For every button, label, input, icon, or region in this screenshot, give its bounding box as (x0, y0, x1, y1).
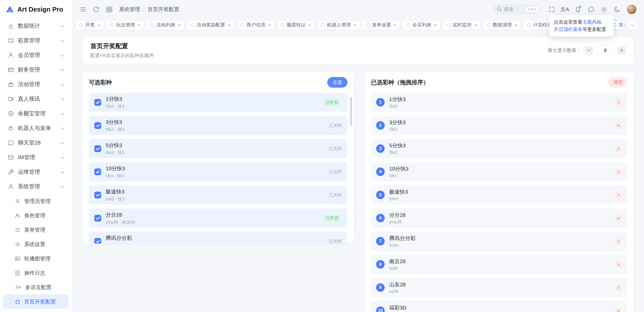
tab[interactable]: 实时监控 × (443, 20, 480, 30)
topbar-menu-link[interactable]: 开启顶栏菜单 (554, 27, 582, 32)
remove-button[interactable]: × (615, 191, 622, 199)
sidebar-item-chatroom[interactable]: 聊天室28 (3, 135, 69, 150)
tab[interactable]: 商户信息 × (237, 20, 274, 30)
sidebar-item-menu-mgmt[interactable]: 菜单管理 (3, 223, 69, 237)
tabs-overflow-button[interactable] (627, 20, 637, 30)
selected-lottery-row[interactable]: 1 1分快3 f1k3 × (371, 93, 627, 112)
sidebar-item-i18n-config[interactable]: 文A 多语言配置 (3, 280, 69, 294)
apps-button[interactable] (103, 4, 115, 15)
tab-close-icon[interactable]: × (353, 23, 356, 27)
checkbox-checked[interactable] (94, 168, 101, 175)
sidebar-item-operation-logs[interactable]: 操作日志 (3, 266, 69, 280)
sidebar-item-live-video[interactable]: 真人视讯 (3, 92, 69, 106)
tab[interactable]: 玩法管理 × (106, 20, 144, 30)
refresh-button[interactable] (90, 4, 102, 15)
scrollbar-thumb[interactable] (350, 97, 352, 126)
collapse-menu-button[interactable] (77, 4, 89, 15)
remove-button[interactable]: × (615, 307, 622, 312)
lottery-option-row[interactable]: 3分快3 f3k3 · 快3 已关闭 (89, 116, 347, 135)
checkbox-checked[interactable] (94, 122, 101, 129)
remove-button[interactable]: × (615, 168, 622, 176)
tab-close-icon[interactable]: × (228, 23, 230, 27)
remove-button[interactable]: × (615, 261, 622, 268)
selected-lottery-row[interactable]: 4 10分快3 sfks × (371, 162, 627, 181)
sidebar-item-members[interactable]: 会员管理 (3, 48, 69, 62)
checkbox-checked[interactable] (94, 238, 101, 244)
remove-button[interactable]: × (615, 122, 622, 129)
tab[interactable]: 开奖 × (76, 20, 104, 30)
tab[interactable]: 额度转让 × (277, 20, 315, 30)
lottery-option-row[interactable]: 1分快3 f1k3 · 快3 已开启 (89, 93, 347, 112)
sidebar-item-system[interactable]: 系统管理 (3, 179, 69, 194)
selected-lottery-row[interactable]: 2 3分快3 f3k3 × (371, 116, 627, 135)
avatar[interactable] (626, 4, 637, 15)
tab-close-icon[interactable]: × (268, 23, 271, 27)
fullscreen-button[interactable] (546, 4, 557, 15)
sidebar-item-role-mgmt[interactable]: 角色管理 (3, 208, 69, 223)
increase-button[interactable]: + (617, 46, 626, 55)
max-display-value[interactable]: 8 (596, 46, 615, 55)
clear-button[interactable]: 清空 (608, 77, 627, 88)
remove-button[interactable]: × (615, 237, 622, 245)
lottery-option-row[interactable]: 分分28 yfxy28 · 幸运28 已开启 (89, 209, 347, 228)
tab-close-icon[interactable]: × (308, 23, 311, 27)
language-button[interactable]: 文A (559, 4, 571, 15)
lottery-option-row[interactable]: 10分快3 sfks · 快3 已关闭 (89, 162, 347, 181)
tab[interactable]: 活动列表 × (147, 20, 184, 30)
remove-button[interactable]: × (615, 284, 622, 292)
sidebar-item-im[interactable]: IM管理 (3, 150, 69, 165)
tab-close-icon[interactable]: × (394, 23, 396, 27)
checkbox-checked[interactable] (94, 99, 101, 106)
selected-lottery-row[interactable]: 9 山东28 sd28 × (371, 278, 627, 297)
dark-mode-button[interactable] (611, 4, 623, 15)
selected-lottery-row[interactable]: 10 福彩3D fc3d × (371, 301, 627, 312)
checkbox-checked[interactable] (94, 145, 101, 152)
sidebar-item-carousel-mgmt[interactable]: 轮播图管理 (3, 251, 69, 266)
breadcrumb-parent[interactable]: 系统管理 (119, 6, 140, 13)
sidebar-item-yuebao[interactable]: 余额宝管理 (3, 106, 69, 121)
selected-lottery-row[interactable]: 6 分分28 yfxy28 × (371, 209, 627, 228)
sidebar-item-data-stats[interactable]: 数据统计 (3, 19, 69, 33)
app-logo[interactable]: Art Design Pro (0, 0, 72, 19)
sidebar-item-robot[interactable]: 机器人与发单 (3, 121, 69, 135)
tab-close-icon[interactable]: × (138, 23, 140, 27)
sidebar-item-home-lottery-config[interactable]: 首页开奖配置 (3, 294, 69, 309)
tab[interactable]: 数据清理 × (483, 20, 521, 30)
messages-button[interactable] (585, 4, 597, 15)
sidebar-item-ops[interactable]: 运维管理 (3, 165, 69, 179)
tab-close-icon[interactable]: × (514, 23, 517, 27)
decrease-button[interactable]: − (585, 46, 593, 55)
global-search[interactable]: Ctrl K (493, 4, 541, 15)
notifications-button[interactable] (572, 4, 584, 15)
selected-lottery-row[interactable]: 5 极速快3 jisk3 × (371, 185, 627, 204)
selected-lottery-row[interactable]: 8 南京28 nj28 × (371, 255, 627, 274)
remove-button[interactable]: × (615, 98, 622, 106)
tab-close-icon[interactable]: × (474, 23, 477, 27)
checkbox-checked[interactable] (94, 215, 101, 222)
theme-style-link[interactable]: 主题风格 (582, 19, 601, 25)
sidebar-item-activities[interactable]: 活动管理 (3, 77, 69, 92)
sidebar-item-finance[interactable]: 财务管理 (3, 62, 69, 77)
settings-button[interactable] (598, 4, 610, 15)
selected-lottery-row[interactable]: 3 5分快3 f5k3 × (371, 139, 627, 158)
search-input[interactable] (504, 7, 524, 12)
remove-button[interactable]: × (615, 145, 622, 153)
lottery-option-row[interactable]: 腾讯分分彩 txssc · 时时彩 已关闭 (89, 232, 347, 244)
tab-close-icon[interactable]: × (434, 23, 437, 27)
remove-button[interactable]: × (615, 214, 622, 222)
lottery-option-row[interactable]: 5分快3 f5k3 · 快3 已关闭 (89, 139, 347, 158)
sidebar-item-lottery[interactable]: 彩票管理 (3, 33, 69, 48)
selected-lottery-row[interactable]: 7 腾讯分分彩 txssc × (371, 232, 627, 251)
tab[interactable]: 机器人管理 × (317, 20, 360, 30)
tab[interactable]: 活动奖励配置 × (187, 20, 234, 30)
lottery-option-row[interactable]: 极速快3 jisk3 · 快3 已关闭 (89, 185, 347, 204)
tab[interactable]: 合买列表 × (403, 20, 440, 30)
status-badge: 已关闭 (329, 238, 342, 244)
checkbox-checked[interactable] (94, 192, 101, 198)
tab[interactable]: 发单设置 × (363, 20, 400, 30)
select-all-button[interactable]: 全选 (327, 77, 347, 88)
sidebar-item-system-settings[interactable]: 系统设置 (3, 237, 69, 251)
tab-close-icon[interactable]: × (178, 23, 181, 27)
tab-close-icon[interactable]: × (97, 23, 100, 27)
sidebar-item-admin-mgmt[interactable]: 管理员管理 (3, 194, 69, 208)
